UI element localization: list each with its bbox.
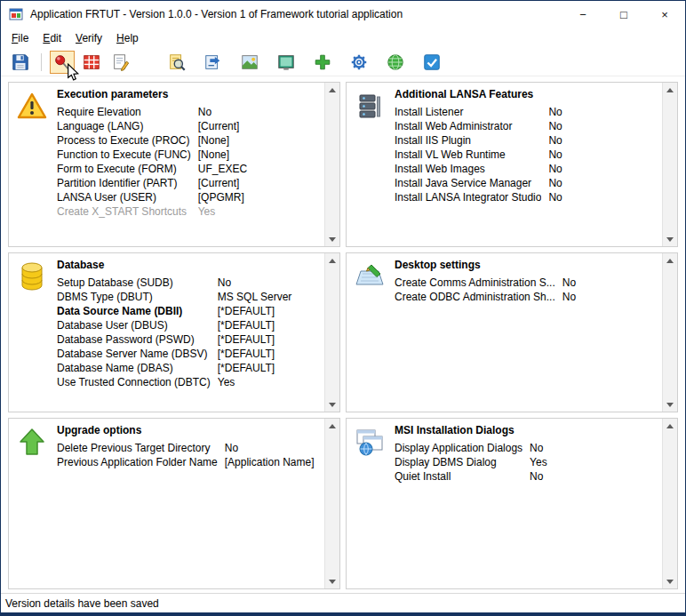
add-icon <box>313 52 332 72</box>
toolbar <box>1 49 685 76</box>
deploy-button[interactable] <box>419 51 444 74</box>
property-label: Previous Application Folder Name <box>57 455 218 469</box>
settings-button[interactable] <box>347 51 371 74</box>
find-icon <box>167 52 187 72</box>
export-button[interactable] <box>201 51 226 74</box>
scrollbar[interactable] <box>662 253 677 412</box>
images-button[interactable] <box>237 51 262 74</box>
property-value[interactable]: No <box>562 290 658 304</box>
triangle-up-icon <box>329 424 336 428</box>
property-label: Language (LANG) <box>57 119 191 133</box>
property-value[interactable]: No <box>548 105 658 119</box>
panel-title: Additional LANSA Features <box>395 88 658 100</box>
verify-button[interactable] <box>108 51 133 74</box>
menu-item-verify[interactable]: Verify <box>68 29 109 47</box>
menu-bar: FileEditVerifyHelp <box>1 28 685 49</box>
property-label: Database Name (DBAS) <box>57 361 211 375</box>
scroll-up-button[interactable] <box>663 419 678 433</box>
export-icon <box>203 52 223 72</box>
property-value[interactable]: Yes <box>218 375 321 389</box>
property-value[interactable]: [Current] <box>198 119 321 133</box>
property-value[interactable]: [Current] <box>198 176 321 190</box>
property-value[interactable]: Yes <box>198 204 321 219</box>
property-value[interactable]: No <box>530 441 658 455</box>
property-label: Install Listener <box>395 105 541 119</box>
property-value[interactable]: [QPGMR] <box>198 190 321 204</box>
property-value[interactable]: [*DEFAULT] <box>218 304 321 318</box>
property-label: Display Application Dialogs <box>395 441 522 455</box>
property-label: Install Web Images <box>395 162 541 176</box>
property-value[interactable]: No <box>198 105 321 119</box>
versions-button[interactable] <box>79 51 104 74</box>
scroll-up-button[interactable] <box>325 419 340 433</box>
scroll-down-button[interactable] <box>325 574 340 588</box>
scrollbar[interactable] <box>324 253 339 412</box>
scrollbar[interactable] <box>662 83 677 246</box>
property-value[interactable]: No <box>548 190 658 204</box>
property-label: Delete Previous Target Directory <box>57 441 218 455</box>
scroll-down-button[interactable] <box>325 232 340 246</box>
close-button[interactable]: × <box>644 1 685 28</box>
scroll-down-button[interactable] <box>663 397 678 412</box>
scroll-up-button[interactable] <box>663 83 678 97</box>
property-value[interactable]: UF_EXEC <box>198 162 321 176</box>
application-window: Application FRTUT - Version 1.0.0 - Vers… <box>0 0 686 616</box>
triangle-down-icon <box>666 403 674 407</box>
scroll-down-button[interactable] <box>663 574 678 588</box>
property-value[interactable]: [*DEFAULT] <box>218 332 321 347</box>
triangle-up-icon <box>329 88 336 92</box>
menu-item-edit[interactable]: Edit <box>36 29 68 47</box>
property-value[interactable]: No <box>548 133 658 148</box>
save-icon <box>11 52 30 72</box>
scrollbar[interactable] <box>662 419 677 588</box>
property-value[interactable]: No <box>562 276 658 290</box>
property-value[interactable]: No <box>548 119 658 133</box>
media-button[interactable] <box>274 51 299 74</box>
pin-icon <box>52 52 72 72</box>
property-value[interactable]: [Application Name] <box>225 455 321 469</box>
property-value[interactable]: No <box>225 441 321 455</box>
property-label: DBMS Type (DBUT) <box>57 290 211 304</box>
property-value[interactable]: MS SQL Server <box>218 290 321 304</box>
property-value[interactable]: No <box>548 162 658 176</box>
property-value[interactable]: Yes <box>530 455 658 469</box>
scrollbar[interactable] <box>324 419 339 588</box>
property-label: Function to Execute (FUNC) <box>57 148 191 162</box>
panel-additional-lansa-features: Additional LANSA Features Install Listen… <box>346 82 678 247</box>
toolbar-separator <box>41 53 42 71</box>
title-bar[interactable]: Application FRTUT - Version 1.0.0 - Vers… <box>1 1 685 28</box>
scroll-up-button[interactable] <box>663 253 678 268</box>
property-value[interactable]: No <box>548 176 658 190</box>
menu-item-file[interactable]: File <box>4 29 36 47</box>
scroll-up-button[interactable] <box>325 253 340 268</box>
web-button[interactable] <box>383 51 408 74</box>
window-controls: − □ × <box>562 1 685 28</box>
scroll-down-button[interactable] <box>663 232 678 246</box>
menu-item-help[interactable]: Help <box>109 29 146 47</box>
panel-title: Upgrade options <box>57 424 321 436</box>
property-value[interactable]: [*DEFAULT] <box>218 318 321 332</box>
triangle-down-icon <box>329 580 336 584</box>
find-button[interactable] <box>164 51 189 74</box>
property-label: Display DBMS Dialog <box>395 455 522 469</box>
versions-grid-icon <box>82 52 101 72</box>
maximize-button[interactable]: □ <box>603 1 644 28</box>
property-value[interactable]: [*DEFAULT] <box>218 361 321 375</box>
deploy-check-icon <box>422 52 442 72</box>
triangle-up-icon <box>329 259 336 263</box>
property-label: Use Trusted Connection (DBTC) <box>57 375 211 389</box>
property-value[interactable]: No <box>548 148 658 162</box>
add-button[interactable] <box>310 51 335 74</box>
minimize-button[interactable]: − <box>562 1 603 28</box>
scroll-up-button[interactable] <box>325 83 340 97</box>
scroll-down-button[interactable] <box>325 397 340 412</box>
property-value[interactable]: [None] <box>198 148 321 162</box>
property-value[interactable]: [None] <box>198 133 321 148</box>
property-value[interactable]: [*DEFAULT] <box>218 347 321 361</box>
property-value[interactable]: No <box>218 276 321 290</box>
scrollbar[interactable] <box>324 83 339 246</box>
property-value[interactable]: No <box>530 469 658 484</box>
pin-button[interactable] <box>50 51 75 74</box>
save-button[interactable] <box>8 51 33 74</box>
panel-msi-installation-dialogs: MSI Installation Dialogs Display Applica… <box>346 418 678 589</box>
